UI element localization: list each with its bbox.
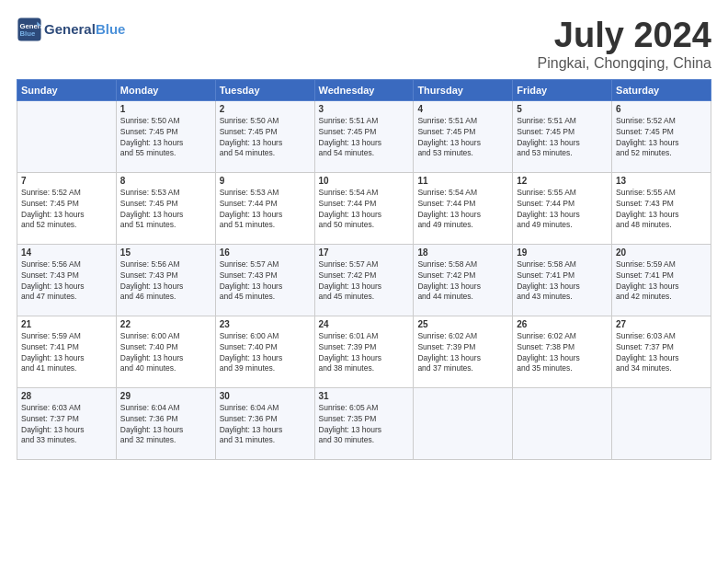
- cell-info: Sunrise: 6:04 AM Sunset: 7:36 PM Dayligh…: [220, 403, 311, 447]
- calendar-cell: 8Sunrise: 5:53 AM Sunset: 7:45 PM Daylig…: [116, 172, 215, 244]
- day-number: 24: [319, 319, 410, 329]
- calendar-cell: 6Sunrise: 5:52 AM Sunset: 7:45 PM Daylig…: [612, 100, 711, 172]
- cell-info: Sunrise: 5:59 AM Sunset: 7:41 PM Dayligh…: [616, 259, 707, 304]
- week-row-2: 7Sunrise: 5:52 AM Sunset: 7:45 PM Daylig…: [17, 172, 711, 244]
- cell-info: Sunrise: 5:52 AM Sunset: 7:45 PM Dayligh…: [616, 116, 707, 160]
- week-row-3: 14Sunrise: 5:56 AM Sunset: 7:43 PM Dayli…: [17, 244, 711, 316]
- cell-info: Sunrise: 5:51 AM Sunset: 7:45 PM Dayligh…: [319, 116, 410, 160]
- month-title: July 2024: [538, 17, 711, 55]
- day-number: 12: [517, 176, 608, 186]
- calendar-cell: 2Sunrise: 5:50 AM Sunset: 7:45 PM Daylig…: [215, 100, 314, 172]
- cell-info: Sunrise: 5:52 AM Sunset: 7:45 PM Dayligh…: [21, 188, 112, 232]
- logo-blue: Blue: [96, 21, 126, 37]
- day-number: 23: [220, 319, 311, 329]
- day-number: 27: [616, 319, 707, 329]
- week-row-1: 1Sunrise: 5:50 AM Sunset: 7:45 PM Daylig…: [17, 100, 711, 172]
- calendar-cell: 25Sunrise: 6:02 AM Sunset: 7:39 PM Dayli…: [414, 316, 513, 387]
- col-saturday: Saturday: [612, 79, 711, 100]
- location-title: Pingkai, Chongqing, China: [538, 55, 711, 72]
- logo-icon: General Blue: [17, 17, 42, 42]
- calendar-cell: 12Sunrise: 5:55 AM Sunset: 7:44 PM Dayli…: [513, 172, 612, 244]
- col-tuesday: Tuesday: [215, 79, 314, 100]
- cell-info: Sunrise: 6:00 AM Sunset: 7:40 PM Dayligh…: [120, 331, 211, 375]
- page-container: General Blue GeneralBlue July 2024 Pingk…: [0, 0, 728, 469]
- cell-info: Sunrise: 6:05 AM Sunset: 7:35 PM Dayligh…: [319, 403, 410, 447]
- cell-info: Sunrise: 5:59 AM Sunset: 7:41 PM Dayligh…: [21, 331, 112, 375]
- cell-info: Sunrise: 6:00 AM Sunset: 7:40 PM Dayligh…: [220, 331, 311, 375]
- calendar-cell: 31Sunrise: 6:05 AM Sunset: 7:35 PM Dayli…: [314, 387, 414, 459]
- col-friday: Friday: [513, 79, 612, 100]
- cell-info: Sunrise: 6:02 AM Sunset: 7:38 PM Dayligh…: [517, 331, 608, 375]
- day-number: 15: [120, 247, 211, 258]
- day-number: 2: [220, 104, 311, 114]
- calendar-cell: 4Sunrise: 5:51 AM Sunset: 7:45 PM Daylig…: [414, 100, 513, 172]
- day-number: 10: [319, 176, 410, 186]
- day-number: 26: [517, 319, 608, 329]
- calendar-cell: 22Sunrise: 6:00 AM Sunset: 7:40 PM Dayli…: [116, 316, 215, 387]
- calendar-cell: 29Sunrise: 6:04 AM Sunset: 7:36 PM Dayli…: [116, 387, 215, 459]
- day-number: 25: [417, 319, 508, 329]
- calendar-cell: 14Sunrise: 5:56 AM Sunset: 7:43 PM Dayli…: [17, 244, 117, 316]
- col-wednesday: Wednesday: [314, 79, 414, 100]
- cell-info: Sunrise: 6:03 AM Sunset: 7:37 PM Dayligh…: [616, 331, 707, 375]
- cell-info: Sunrise: 5:55 AM Sunset: 7:43 PM Dayligh…: [616, 188, 707, 232]
- day-number: 31: [319, 391, 410, 401]
- calendar-cell: [513, 387, 612, 459]
- day-number: 21: [21, 319, 112, 329]
- title-block: July 2024 Pingkai, Chongqing, China: [538, 17, 711, 72]
- col-monday: Monday: [116, 79, 215, 100]
- cell-info: Sunrise: 5:50 AM Sunset: 7:45 PM Dayligh…: [120, 116, 211, 160]
- calendar-cell: 13Sunrise: 5:55 AM Sunset: 7:43 PM Dayli…: [612, 172, 711, 244]
- calendar-cell: 23Sunrise: 6:00 AM Sunset: 7:40 PM Dayli…: [215, 316, 314, 387]
- header: General Blue GeneralBlue July 2024 Pingk…: [17, 17, 711, 72]
- day-number: 22: [120, 319, 211, 329]
- calendar-cell: 24Sunrise: 6:01 AM Sunset: 7:39 PM Dayli…: [314, 316, 414, 387]
- cell-info: Sunrise: 5:53 AM Sunset: 7:45 PM Dayligh…: [120, 188, 211, 232]
- calendar-cell: 9Sunrise: 5:53 AM Sunset: 7:44 PM Daylig…: [215, 172, 314, 244]
- day-number: 6: [616, 104, 707, 114]
- calendar-cell: 7Sunrise: 5:52 AM Sunset: 7:45 PM Daylig…: [17, 172, 117, 244]
- cell-info: Sunrise: 5:54 AM Sunset: 7:44 PM Dayligh…: [417, 188, 508, 232]
- day-number: 5: [517, 104, 608, 114]
- calendar-cell: 27Sunrise: 6:03 AM Sunset: 7:37 PM Dayli…: [612, 316, 711, 387]
- day-number: 18: [417, 247, 508, 258]
- day-number: 19: [517, 247, 608, 258]
- cell-info: Sunrise: 5:58 AM Sunset: 7:42 PM Dayligh…: [417, 259, 508, 304]
- svg-text:Blue: Blue: [20, 29, 36, 38]
- day-number: 1: [120, 104, 211, 114]
- day-number: 11: [417, 176, 508, 186]
- col-sunday: Sunday: [17, 79, 117, 100]
- cell-info: Sunrise: 5:54 AM Sunset: 7:44 PM Dayligh…: [319, 188, 410, 232]
- calendar-cell: 20Sunrise: 5:59 AM Sunset: 7:41 PM Dayli…: [612, 244, 711, 316]
- cell-info: Sunrise: 5:57 AM Sunset: 7:42 PM Dayligh…: [319, 259, 410, 304]
- day-number: 7: [21, 176, 112, 186]
- day-number: 16: [220, 247, 311, 258]
- calendar-body: 1Sunrise: 5:50 AM Sunset: 7:45 PM Daylig…: [17, 100, 711, 459]
- logo: General Blue GeneralBlue: [17, 17, 125, 42]
- day-number: 9: [220, 176, 311, 186]
- day-number: 29: [120, 391, 211, 401]
- cell-info: Sunrise: 5:53 AM Sunset: 7:44 PM Dayligh…: [220, 188, 311, 232]
- day-number: 20: [616, 247, 707, 258]
- week-row-4: 21Sunrise: 5:59 AM Sunset: 7:41 PM Dayli…: [17, 316, 711, 387]
- cell-info: Sunrise: 5:58 AM Sunset: 7:41 PM Dayligh…: [517, 259, 608, 304]
- calendar-cell: 1Sunrise: 5:50 AM Sunset: 7:45 PM Daylig…: [116, 100, 215, 172]
- calendar-cell: [414, 387, 513, 459]
- calendar-header: Sunday Monday Tuesday Wednesday Thursday…: [17, 79, 711, 100]
- calendar-cell: 5Sunrise: 5:51 AM Sunset: 7:45 PM Daylig…: [513, 100, 612, 172]
- cell-info: Sunrise: 6:01 AM Sunset: 7:39 PM Dayligh…: [319, 331, 410, 375]
- calendar-cell: 19Sunrise: 5:58 AM Sunset: 7:41 PM Dayli…: [513, 244, 612, 316]
- logo-general: General: [44, 21, 96, 37]
- day-number: 3: [319, 104, 410, 114]
- calendar-cell: 11Sunrise: 5:54 AM Sunset: 7:44 PM Dayli…: [414, 172, 513, 244]
- calendar-cell: 16Sunrise: 5:57 AM Sunset: 7:43 PM Dayli…: [215, 244, 314, 316]
- calendar-cell: 15Sunrise: 5:56 AM Sunset: 7:43 PM Dayli…: [116, 244, 215, 316]
- day-number: 4: [417, 104, 508, 114]
- calendar-cell: 30Sunrise: 6:04 AM Sunset: 7:36 PM Dayli…: [215, 387, 314, 459]
- cell-info: Sunrise: 5:56 AM Sunset: 7:43 PM Dayligh…: [21, 259, 112, 304]
- cell-info: Sunrise: 6:02 AM Sunset: 7:39 PM Dayligh…: [417, 331, 508, 375]
- calendar-cell: 3Sunrise: 5:51 AM Sunset: 7:45 PM Daylig…: [314, 100, 414, 172]
- calendar-table: Sunday Monday Tuesday Wednesday Thursday…: [17, 79, 711, 460]
- calendar-cell: 10Sunrise: 5:54 AM Sunset: 7:44 PM Dayli…: [314, 172, 414, 244]
- col-thursday: Thursday: [414, 79, 513, 100]
